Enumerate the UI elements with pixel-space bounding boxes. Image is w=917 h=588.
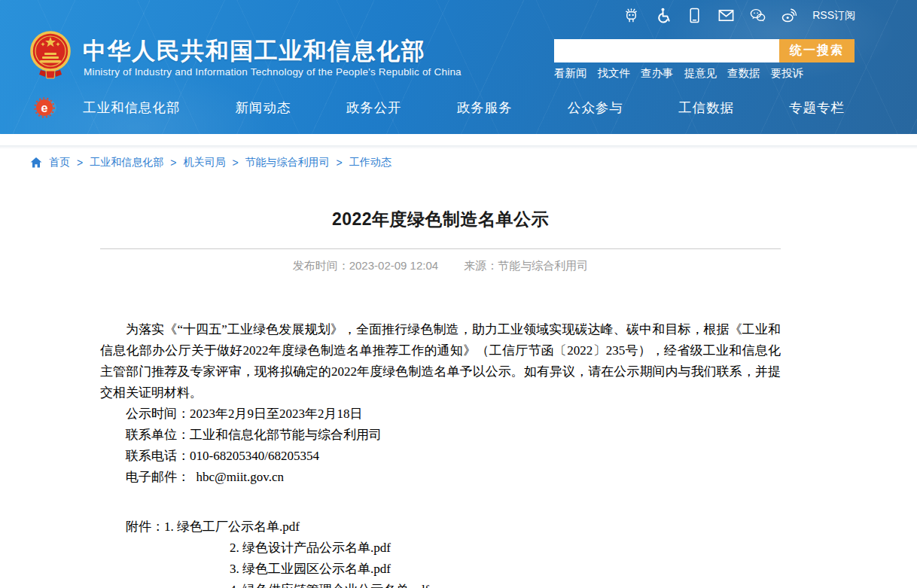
unified-search-button[interactable]: 统一搜索 (779, 39, 855, 62)
attachment-row: 3. 绿色工业园区公示名单.pdf (100, 559, 781, 580)
utility-bar: RSS订阅 (623, 7, 855, 24)
attachments-label: 附件： (126, 519, 164, 534)
quick-link-news[interactable]: 看新闻 (554, 66, 587, 81)
accessibility-icon[interactable] (654, 7, 672, 24)
nav-item-public-participation[interactable]: 公众参与 (568, 99, 623, 117)
wechat-icon[interactable] (749, 7, 766, 24)
article-body: 为落实《“十四五”工业绿色发展规划》，全面推行绿色制造，助力工业领域实现碳达峰、… (100, 319, 781, 588)
article-meta: 发布时间：2023-02-09 12:04 来源：节能与综合利用司 (100, 259, 781, 273)
quick-links: 看新闻 找文件 查办事 提意见 查数据 要投诉 (554, 66, 803, 81)
attachment-link-green-design-products[interactable]: 2. 绿色设计产品公示名单.pdf (230, 541, 391, 555)
assistant-robot-icon[interactable] (623, 7, 640, 24)
breadcrumb-separator: > (170, 157, 176, 169)
quick-link-services[interactable]: 查办事 (641, 66, 674, 81)
attachment-link-green-factory[interactable]: 1. 绿色工厂公示名单.pdf (164, 519, 300, 534)
site-subtitle-en: Ministry of Industry and Information Tec… (84, 66, 462, 78)
rss-subscribe-link[interactable]: RSS订阅 (812, 9, 855, 23)
attachment-row: 附件：1. 绿色工厂公示名单.pdf (100, 516, 781, 538)
main-nav: 工业和信息化部 新闻动态 政务公开 政务服务 公众参与 工信数据 专题专栏 (83, 99, 845, 117)
breadcrumb: 首页 > 工业和信息化部 > 机关司局 > 节能与综合利用司 > 工作动态 (30, 156, 391, 169)
title-divider (100, 248, 781, 249)
article-paragraph: 为落实《“十四五”工业绿色发展规划》，全面推行绿色制造，助力工业领域实现碳达峰、… (100, 319, 781, 404)
publish-time: 发布时间：2023-02-09 12:04 (293, 259, 438, 272)
svg-text:e: e (41, 102, 48, 114)
contact-email-line: 电子邮件： hbc@miit.gov.cn (100, 467, 781, 488)
national-emblem-logo (29, 27, 72, 81)
nav-item-news[interactable]: 新闻动态 (236, 99, 291, 117)
contact-phone-line: 联系电话：010-68205340/68205354 (100, 446, 781, 467)
quick-link-documents[interactable]: 找文件 (598, 66, 631, 81)
breadcrumb-separator: > (232, 157, 238, 169)
breadcrumb-departments[interactable]: 机关司局 (183, 156, 225, 169)
breadcrumb-miit[interactable]: 工业和信息化部 (90, 156, 163, 169)
attachment-row: 2. 绿色设计产品公示名单.pdf (100, 538, 781, 559)
nav-item-gov-info[interactable]: 政务公开 (346, 99, 402, 117)
notice-period-line: 公示时间：2023年2月9日至2023年2月18日 (100, 404, 781, 425)
contact-unit-line: 联系单位：工业和信息化部节能与综合利用司 (100, 425, 781, 446)
nav-item-miit[interactable]: 工业和信息化部 (83, 99, 181, 117)
attachment-link-green-supply-chain[interactable]: 4. 绿色供应链管理企业公示名单.pdf (230, 583, 429, 588)
home-icon[interactable] (30, 157, 42, 169)
breadcrumb-separator: > (337, 157, 343, 169)
quick-link-data[interactable]: 查数据 (727, 66, 760, 81)
quick-link-suggestions[interactable]: 提意见 (684, 66, 717, 81)
nav-item-gov-services[interactable]: 政务服务 (457, 99, 513, 117)
breadcrumb-work-updates[interactable]: 工作动态 (349, 156, 391, 169)
header-shadow-divider (0, 145, 917, 149)
article-source: 来源：节能与综合利用司 (464, 259, 588, 272)
site-header: RSS订阅 中华人民共和国工业和信息化部 Ministry of Industr… (0, 0, 917, 134)
breadcrumb-energy-dept[interactable]: 节能与综合利用司 (245, 156, 330, 169)
quick-link-complaints[interactable]: 要投诉 (771, 66, 804, 81)
miit-e-logo-icon: e (33, 95, 59, 120)
search-input[interactable] (554, 39, 779, 62)
weibo-icon[interactable] (781, 7, 798, 24)
search-bar: 统一搜索 (554, 39, 855, 62)
article: 2022年度绿色制造名单公示 发布时间：2023-02-09 12:04 来源：… (100, 208, 781, 588)
attachment-link-green-industrial-parks[interactable]: 3. 绿色工业园区公示名单.pdf (230, 562, 391, 576)
breadcrumb-separator: > (77, 157, 83, 169)
nav-item-miit-data[interactable]: 工信数据 (678, 99, 734, 117)
breadcrumb-home[interactable]: 首页 (49, 156, 70, 169)
article-title: 2022年度绿色制造名单公示 (100, 208, 781, 231)
mail-icon[interactable] (717, 7, 735, 24)
nav-item-special-topics[interactable]: 专题专栏 (789, 99, 845, 117)
site-title[interactable]: 中华人民共和国工业和信息化部 (83, 35, 425, 67)
attachment-row: 4. 绿色供应链管理企业公示名单.pdf (100, 580, 781, 588)
mobile-version-icon[interactable] (686, 7, 703, 24)
